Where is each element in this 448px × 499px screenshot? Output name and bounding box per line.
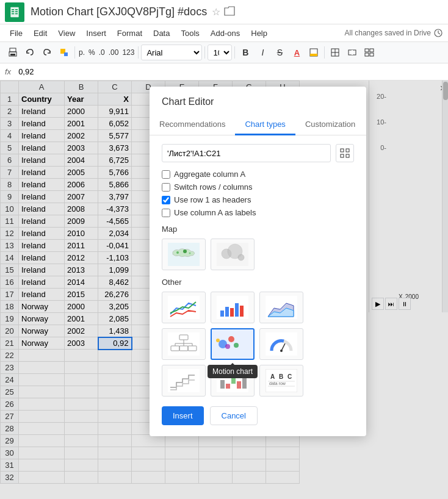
data-range-input[interactable]	[162, 144, 331, 162]
format-decimal2: .00	[107, 48, 120, 57]
waterfall-chart-thumb[interactable]	[211, 365, 255, 397]
svg-rect-39	[225, 307, 229, 317]
formula-input[interactable]	[16, 66, 443, 77]
star-icon[interactable]: ☆	[212, 6, 220, 18]
svg-rect-10	[10, 54, 15, 56]
step-chart-thumb[interactable]	[162, 365, 206, 397]
svg-point-58	[228, 336, 234, 342]
svg-rect-20	[365, 49, 369, 52]
svg-rect-62	[266, 332, 297, 356]
borders-icon	[330, 48, 340, 57]
font-size-select[interactable]: 10	[208, 45, 232, 60]
checkbox-switch-rows: Switch rows / columns	[162, 182, 354, 192]
more-formats-button[interactable]	[361, 45, 377, 60]
fill-color-button[interactable]	[306, 45, 322, 60]
area-chart-icon	[266, 296, 297, 319]
row1-headers-checkbox[interactable]	[162, 196, 170, 204]
svg-point-59	[234, 343, 239, 348]
motion-chart-icon	[212, 329, 244, 353]
svg-point-61	[225, 344, 230, 349]
undo-button[interactable]	[22, 45, 38, 60]
borders-button[interactable]	[327, 45, 343, 60]
map-chart-grid	[162, 239, 354, 270]
menu-edit[interactable]: Edit	[29, 27, 52, 39]
tab-chart-types[interactable]: Chart types	[235, 115, 295, 135]
cancel-button[interactable]: Cancel	[210, 406, 258, 425]
redo-button[interactable]	[39, 45, 55, 60]
line-chart-thumb[interactable]	[162, 292, 206, 323]
geographic-map-thumb[interactable]	[162, 239, 206, 270]
menu-bar: File Edit View Insert Format Data Tools …	[0, 24, 448, 41]
print-button[interactable]	[5, 45, 21, 60]
menu-tools[interactable]: Tools	[176, 27, 204, 39]
svg-rect-4	[15, 11, 18, 12]
format-number: 123	[121, 48, 135, 57]
menu-help[interactable]: Help	[246, 27, 272, 39]
step-chart-icon	[168, 369, 200, 392]
other-chart-grid-1	[162, 292, 354, 323]
svg-rect-67	[220, 380, 225, 389]
svg-rect-72	[266, 369, 297, 392]
folder-icon[interactable]	[224, 6, 235, 18]
menu-data[interactable]: Data	[148, 27, 175, 39]
line-chart-icon	[168, 296, 200, 319]
svg-rect-71	[242, 375, 247, 389]
svg-rect-1	[12, 9, 14, 10]
grid-select-button[interactable]	[336, 144, 354, 162]
switch-rows-checkbox[interactable]	[162, 183, 170, 192]
svg-text:A: A	[270, 373, 275, 380]
checkbox-col-a-labels: Use column A as labels	[162, 208, 354, 217]
area-chart-thumb[interactable]	[259, 292, 303, 323]
svg-rect-6	[15, 13, 18, 14]
switch-rows-label: Switch rows / columns	[174, 182, 253, 192]
svg-point-31	[189, 253, 191, 254]
motion-chart-thumb[interactable]: Motion chart	[211, 328, 255, 360]
italic-button[interactable]: I	[255, 45, 270, 60]
autosave-status: All changes saved in Drive	[345, 28, 443, 38]
chart-editor-title: Chart Editor	[150, 87, 366, 107]
other-section-label: Other	[162, 278, 354, 287]
toolbar-separator-5	[324, 46, 325, 59]
waterfall-chart-icon	[217, 369, 248, 392]
svg-point-35	[238, 254, 244, 260]
svg-rect-2	[15, 9, 18, 10]
insert-button[interactable]: Insert	[162, 406, 204, 425]
menu-file[interactable]: File	[5, 27, 27, 39]
gauge-chart-thumb[interactable]	[259, 328, 303, 360]
other-chart-grid-3: A B C data row	[162, 365, 354, 397]
paint-format-icon	[59, 48, 69, 57]
org-chart-thumb[interactable]	[162, 328, 206, 360]
menu-view[interactable]: View	[53, 27, 80, 39]
text-color-button[interactable]: A	[289, 45, 305, 60]
svg-rect-3	[12, 11, 14, 12]
bubble-map-thumb[interactable]	[211, 239, 255, 270]
fx-label: fx	[5, 67, 11, 76]
cola-labels-checkbox[interactable]	[162, 209, 170, 217]
strikethrough-button[interactable]: S	[272, 45, 287, 60]
bubble-map-icon	[217, 243, 248, 266]
tab-customization[interactable]: Customization	[295, 115, 365, 135]
svg-text:C: C	[287, 373, 292, 380]
bar-chart-thumb[interactable]	[211, 292, 255, 323]
svg-rect-23	[370, 53, 374, 56]
table-chart-icon: A B C data row	[266, 369, 297, 392]
menu-insert[interactable]: Insert	[81, 27, 111, 39]
paint-format-button[interactable]	[56, 45, 72, 60]
svg-text:data row: data row	[269, 381, 286, 386]
menu-addons[interactable]: Add-ons	[206, 27, 245, 39]
bold-button[interactable]: B	[237, 45, 253, 60]
table-chart-thumb[interactable]: A B C data row	[259, 365, 303, 397]
chart-editor-tabs: Recommendations Chart types Customizatio…	[150, 115, 366, 135]
aggregate-label: Aggregate column A	[174, 170, 245, 179]
svg-rect-69	[231, 378, 236, 384]
tab-recommendations[interactable]: Recommendations	[150, 115, 235, 135]
map-section-label: Map	[162, 224, 354, 234]
aggregate-checkbox[interactable]	[162, 170, 170, 179]
font-select[interactable]: Arial	[141, 45, 202, 60]
editor-buttons: Insert Cancel	[162, 406, 354, 428]
app-icon[interactable]	[5, 2, 24, 22]
svg-rect-22	[365, 53, 369, 56]
menu-format[interactable]: Format	[112, 27, 147, 39]
merge-cells-button[interactable]	[344, 45, 360, 60]
svg-point-29	[176, 251, 179, 254]
